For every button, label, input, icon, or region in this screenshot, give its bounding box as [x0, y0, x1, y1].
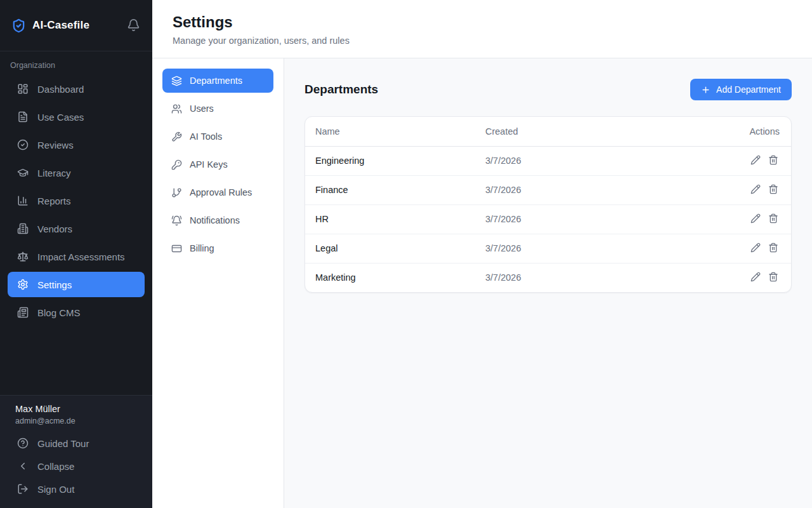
trash-icon	[768, 184, 778, 196]
user-email: admin@acme.de	[15, 417, 137, 425]
sidebar-item-dashboard[interactable]: Dashboard	[8, 76, 145, 102]
departments-table-card: NameCreatedActions Engineering3/7/2026Fi…	[304, 116, 792, 293]
trash-icon	[768, 155, 778, 167]
help-circle-icon	[17, 438, 29, 449]
settings-tab-api-keys[interactable]: API Keys	[162, 152, 273, 177]
sidebar-footer: Max Müller admin@acme.de Guided TourColl…	[0, 395, 152, 508]
building-icon	[17, 223, 29, 234]
edit-button[interactable]	[749, 183, 762, 197]
sidebar-footer-item-guided-tour[interactable]: Guided Tour	[8, 432, 145, 455]
pencil-icon	[750, 272, 761, 284]
sidebar-item-label: Settings	[37, 279, 72, 290]
credit-card-icon	[171, 243, 182, 254]
department-name: Engineering	[305, 146, 475, 175]
circle-check-icon	[17, 139, 29, 150]
sidebar-item-label: Impact Assessments	[37, 251, 125, 262]
column-header-created: Created	[475, 117, 721, 146]
settings-tab-departments[interactable]: Departments	[162, 69, 273, 93]
sidebar-section-label: Organization	[0, 51, 152, 75]
department-created-date: 3/7/2026	[475, 234, 721, 263]
pencil-icon	[750, 243, 761, 255]
sidebar: AI-Casefile Organization DashboardUse Ca…	[0, 0, 152, 508]
column-header-actions: Actions	[721, 117, 791, 146]
git-branch-icon	[171, 187, 182, 198]
newspaper-icon	[17, 307, 29, 318]
sidebar-item-label: Blog CMS	[37, 307, 81, 318]
delete-button[interactable]	[767, 154, 780, 168]
settings-tab-notifications[interactable]: Notifications	[162, 208, 273, 232]
gear-icon	[17, 279, 29, 290]
sidebar-footer-item-collapse[interactable]: Collapse	[8, 455, 145, 478]
add-department-button[interactable]: Add Department	[690, 79, 792, 100]
bell-icon[interactable]	[127, 18, 141, 32]
logout-icon	[17, 483, 29, 495]
department-created-date: 3/7/2026	[475, 175, 721, 204]
key-icon	[171, 159, 182, 170]
settings-tab-label: AI Tools	[190, 131, 222, 142]
settings-tab-billing[interactable]: Billing	[162, 236, 273, 260]
edit-button[interactable]	[749, 271, 762, 285]
sidebar-footer-item-label: Sign Out	[37, 484, 74, 495]
user-block: Max Müller admin@acme.de	[8, 403, 145, 432]
settings-tab-approval-rules[interactable]: Approval Rules	[162, 180, 273, 204]
sidebar-item-impact-assessments[interactable]: Impact Assessments	[8, 244, 145, 269]
sidebar-item-label: Dashboard	[37, 84, 84, 95]
sidebar-item-vendors[interactable]: Vendors	[8, 216, 145, 241]
department-name: Finance	[305, 175, 475, 204]
plus-icon	[701, 85, 710, 95]
table-row: Finance3/7/2026	[305, 175, 791, 204]
page-subtitle: Manage your organization, users, and rul…	[173, 36, 792, 46]
trash-icon	[768, 243, 778, 255]
sidebar-item-reports[interactable]: Reports	[8, 188, 145, 213]
wrench-icon	[171, 131, 182, 142]
dashboard-icon	[17, 83, 29, 95]
settings-tab-ai-tools[interactable]: AI Tools	[162, 124, 273, 149]
pencil-icon	[750, 213, 761, 225]
user-name: Max Müller	[15, 404, 137, 414]
main-column: Settings Manage your organization, users…	[152, 0, 812, 508]
table-row: Legal3/7/2026	[305, 234, 791, 263]
file-text-icon	[17, 111, 29, 123]
add-department-label: Add Department	[716, 84, 781, 95]
bell-ring-icon	[171, 215, 182, 226]
table-header-row: NameCreatedActions	[305, 117, 791, 146]
sidebar-item-label: Reports	[37, 196, 71, 206]
sidebar-footer-item-label: Collapse	[37, 461, 74, 472]
edit-button[interactable]	[749, 212, 762, 227]
column-header-name: Name	[305, 117, 475, 146]
edit-button[interactable]	[749, 154, 762, 168]
delete-button[interactable]	[767, 271, 780, 285]
sidebar-item-use-cases[interactable]: Use Cases	[8, 104, 145, 130]
delete-button[interactable]	[767, 212, 780, 227]
sidebar-item-literacy[interactable]: Literacy	[8, 160, 145, 185]
row-actions	[721, 175, 791, 204]
department-created-date: 3/7/2026	[475, 204, 721, 234]
graduation-cap-icon	[17, 167, 29, 178]
pencil-icon	[750, 184, 761, 196]
sidebar-footer-item-sign-out[interactable]: Sign Out	[8, 478, 145, 500]
sidebar-item-blog-cms[interactable]: Blog CMS	[8, 300, 145, 325]
table-row: Engineering3/7/2026	[305, 146, 791, 175]
table-body: Engineering3/7/2026Finance3/7/2026HR3/7/…	[305, 146, 791, 292]
department-created-date: 3/7/2026	[475, 146, 721, 175]
settings-tab-label: API Keys	[190, 159, 228, 170]
page-header: Settings Manage your organization, users…	[152, 0, 812, 58]
sidebar-item-label: Reviews	[37, 140, 74, 150]
row-actions	[721, 234, 791, 263]
sidebar-nav: DashboardUse CasesReviewsLiteracyReports…	[0, 75, 152, 395]
sidebar-item-settings[interactable]: Settings	[8, 272, 145, 297]
department-name: Legal	[305, 234, 475, 263]
sidebar-item-label: Use Cases	[37, 112, 84, 123]
settings-tab-label: Notifications	[190, 215, 240, 225]
edit-button[interactable]	[749, 241, 762, 256]
delete-button[interactable]	[767, 183, 780, 197]
app-root: AI-Casefile Organization DashboardUse Ca…	[0, 0, 812, 508]
chart-column-icon	[17, 195, 29, 206]
delete-button[interactable]	[767, 241, 780, 256]
settings-tab-label: Billing	[190, 243, 214, 253]
sidebar-item-reviews[interactable]: Reviews	[8, 132, 145, 157]
layers-icon	[171, 76, 182, 86]
settings-tab-users[interactable]: Users	[162, 97, 273, 121]
brand-name: AI-Casefile	[32, 19, 121, 32]
sidebar-item-label: Vendors	[37, 224, 72, 234]
